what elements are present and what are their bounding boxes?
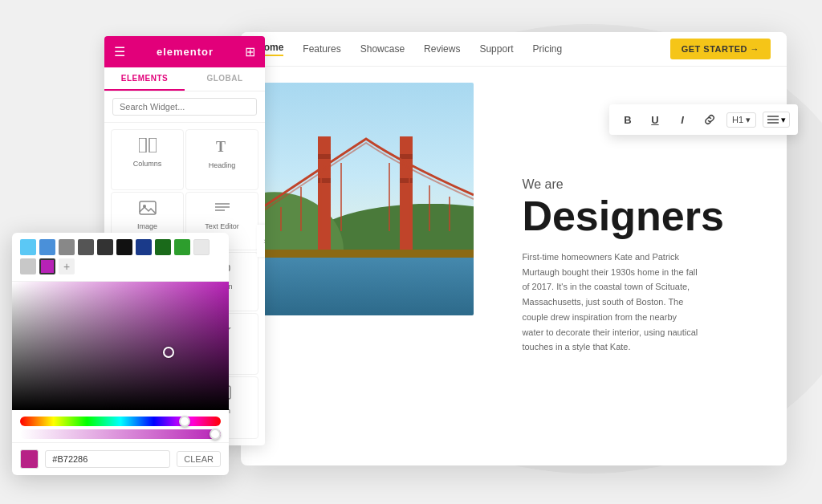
main-title: Designers [522, 195, 767, 237]
pre-title: We are [522, 177, 767, 192]
swatch-navy[interactable] [136, 239, 152, 255]
panel-search-area [104, 91, 265, 123]
color-hex-row: CLEAR [12, 442, 229, 475]
panel-logo: elementor [157, 46, 214, 58]
get-started-button[interactable]: GET STARTED → [670, 39, 771, 59]
swatch-light-gray[interactable] [193, 239, 210, 255]
nav-links: Home Features Showcase Reviews Support P… [257, 42, 562, 56]
clear-button[interactable]: CLEAR [177, 451, 221, 467]
underline-button[interactable]: U [645, 109, 665, 130]
svg-text:T: T [216, 139, 226, 154]
columns-icon [139, 138, 157, 156]
heading-icon: T [214, 138, 230, 158]
widget-text-label: Text Editor [205, 222, 239, 230]
svg-rect-1 [149, 138, 157, 152]
grid-icon[interactable]: ⊞ [245, 44, 255, 59]
widget-columns-label: Columns [133, 160, 162, 168]
panel-header: ☰ elementor ⊞ [104, 36, 265, 67]
swatch-gray1[interactable] [59, 239, 75, 255]
alpha-thumb[interactable] [210, 429, 221, 440]
tab-elements[interactable]: ELEMENTS [104, 67, 185, 91]
list-chevron: ▾ [781, 115, 786, 125]
nav-support[interactable]: Support [479, 43, 513, 55]
nav-reviews[interactable]: Reviews [424, 43, 460, 55]
widget-heading-label: Heading [209, 161, 236, 169]
browser-nav: Home Features Showcase Reviews Support P… [241, 32, 787, 67]
svg-rect-3 [140, 201, 156, 214]
swatch-black[interactable] [116, 239, 132, 255]
swatch-dark-green[interactable] [155, 239, 171, 255]
text-formatting-toolbar: B U I H1 ▾ ▾ [609, 104, 798, 135]
link-button[interactable] [699, 109, 720, 130]
list-button[interactable]: ▾ [763, 112, 790, 128]
panel-tabs: ELEMENTS GLOBAL [104, 67, 265, 91]
tab-global[interactable]: GLOBAL [185, 67, 265, 91]
hamburger-icon[interactable]: ☰ [114, 44, 125, 59]
color-preview [20, 449, 39, 469]
bridge-image [257, 83, 474, 315]
italic-button[interactable]: I [672, 109, 693, 130]
bridge-road [257, 250, 474, 258]
color-swatches: + [12, 233, 229, 282]
nav-features[interactable]: Features [303, 43, 340, 55]
heading-chevron: ▾ [746, 115, 751, 125]
swatch-blue[interactable] [39, 239, 55, 255]
alpha-slider[interactable] [20, 429, 221, 439]
panel-drag-handle[interactable]: › [257, 225, 265, 257]
add-swatch-button[interactable]: + [59, 258, 75, 274]
swatch-magenta[interactable] [39, 258, 55, 274]
swatch-silver[interactable] [20, 258, 36, 274]
bold-button[interactable]: B [617, 109, 638, 130]
bridge-cables-svg [257, 83, 474, 315]
widget-columns[interactable]: Columns [111, 129, 184, 190]
swatch-cyan[interactable] [20, 239, 36, 255]
search-input[interactable] [112, 98, 257, 116]
nav-showcase[interactable]: Showcase [360, 43, 405, 55]
heading-label: H1 [732, 115, 743, 124]
color-picker: + CLEAR [12, 233, 229, 475]
image-icon [139, 201, 157, 219]
svg-rect-0 [139, 138, 146, 152]
color-gradient-canvas[interactable] [12, 282, 229, 410]
swatch-gray2[interactable] [78, 239, 94, 255]
description: First-time homeowners Kate and Patrick M… [522, 250, 698, 355]
swatch-green[interactable] [174, 239, 190, 255]
hue-thumb[interactable] [179, 416, 190, 427]
hex-input[interactable] [45, 450, 170, 468]
hue-slider[interactable] [20, 417, 221, 426]
heading-dropdown[interactable]: H1 ▾ [726, 112, 756, 128]
widget-image-label: Image [137, 222, 157, 230]
widget-heading[interactable]: T Heading [185, 129, 258, 190]
hero-image-area [241, 67, 503, 465]
browser-window: Home Features Showcase Reviews Support P… [241, 32, 787, 465]
text-editor-icon [214, 201, 231, 219]
nav-pricing[interactable]: Pricing [532, 43, 562, 55]
color-cursor[interactable] [163, 347, 174, 358]
swatch-gray3[interactable] [97, 239, 113, 255]
